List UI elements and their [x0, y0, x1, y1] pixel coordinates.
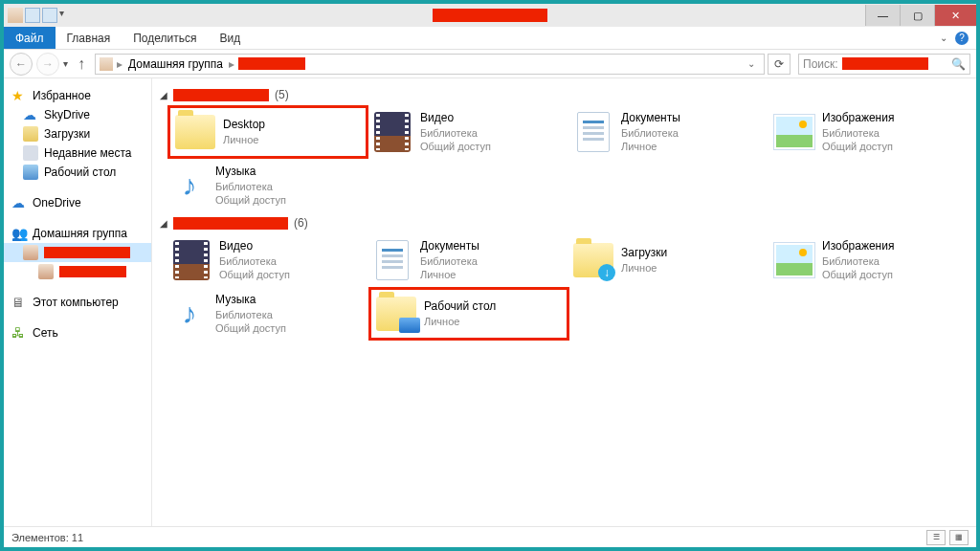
search-input[interactable]: Поиск: 🔍 — [798, 54, 970, 75]
music-icon: ♪ — [171, 294, 208, 334]
item-music[interactable]: ♪ Музыка Библиотека Общий доступ — [167, 287, 368, 341]
status-items-count: 11 — [72, 532, 83, 543]
chevron-right-icon: ▸ — [115, 57, 124, 71]
folder-desktop-icon — [376, 294, 416, 334]
help-icon[interactable]: ? — [955, 32, 969, 45]
nav-label: Этот компьютер — [33, 296, 119, 309]
view-icons-button[interactable]: ▦ — [949, 530, 969, 545]
item-name: Документы — [621, 111, 680, 126]
item-name: Документы — [420, 239, 479, 254]
item-subtitle: Библиотека — [219, 254, 290, 268]
item-subtitle: Библиотека — [215, 180, 286, 193]
qat-newfolder-icon[interactable] — [42, 8, 57, 23]
back-button[interactable]: ← — [10, 53, 33, 76]
nav-thispc[interactable]: 🖥 Этот компьютер — [4, 293, 151, 312]
window-controls: — ▢ ✕ — [865, 5, 976, 26]
nav-desktop[interactable]: Рабочий стол — [4, 163, 151, 182]
image-icon — [774, 240, 814, 280]
music-icon: ♪ — [171, 165, 208, 206]
item-images[interactable]: Изображения Библиотека Общий доступ — [770, 233, 971, 287]
titlebar: ▾ — ▢ ✕ — [4, 4, 976, 27]
breadcrumb-redacted[interactable] — [238, 57, 305, 70]
recent-icon — [23, 145, 38, 161]
quick-access-toolbar: ▾ — [4, 8, 68, 23]
nav-label: Избранное — [33, 89, 91, 102]
item-subtitle2: Общий доступ — [822, 140, 894, 153]
item-desktop[interactable]: Desktop Личное — [167, 105, 368, 159]
item-subtitle2: Общий доступ — [219, 268, 290, 281]
item-desktop[interactable]: Рабочий стол Личное — [368, 287, 569, 341]
nav-recent[interactable]: Недавние места — [4, 143, 151, 163]
item-name: Рабочий стол — [424, 299, 496, 315]
history-dropdown-icon[interactable]: ▾ — [63, 58, 68, 69]
minimize-button[interactable]: — — [865, 5, 900, 26]
nav-homegroup[interactable]: 👥 Домашняя группа — [4, 224, 151, 243]
refresh-button[interactable]: ⟳ — [768, 54, 791, 75]
item-subtitle: Библиотека — [822, 254, 894, 268]
item-name: Музыка — [215, 293, 286, 308]
item-documents[interactable]: Документы Библиотека Личное — [569, 105, 770, 159]
item-subtitle2: Общий доступ — [420, 140, 491, 153]
item-downloads[interactable]: Загрузки Личное — [569, 233, 770, 287]
qat-dropdown-icon[interactable]: ▾ — [59, 8, 64, 23]
image-icon — [774, 112, 814, 152]
body: ★ Избранное ☁ SkyDrive Загрузки Недавние… — [4, 78, 976, 526]
nav-label: Домашняя группа — [33, 227, 127, 240]
collapse-icon[interactable]: ◢ — [160, 90, 167, 100]
item-video[interactable]: Видео Библиотека Общий доступ — [167, 233, 368, 287]
group-name-redacted — [173, 217, 288, 230]
tab-file[interactable]: Файл — [4, 27, 56, 49]
maximize-button[interactable]: ▢ — [900, 5, 934, 26]
status-items-label: Элементов: — [11, 532, 69, 543]
item-subtitle2: Общий доступ — [215, 321, 286, 335]
folder-downloads-icon — [573, 240, 613, 280]
item-subtitle: Личное — [621, 261, 667, 275]
app-icon — [8, 8, 23, 23]
nav-user-2[interactable] — [4, 262, 151, 281]
tab-home[interactable]: Главная — [56, 27, 122, 49]
breadcrumb-homegroup[interactable]: Домашняя группа — [126, 57, 225, 71]
address-dropdown-icon[interactable]: ⌄ — [743, 55, 760, 73]
item-subtitle: Библиотека — [420, 126, 491, 140]
nav-label: SkyDrive — [44, 108, 90, 121]
item-name: Desktop — [223, 118, 265, 133]
tab-view[interactable]: Вид — [208, 27, 252, 49]
item-subtitle: Личное — [424, 315, 496, 328]
avatar-icon — [38, 264, 54, 279]
view-details-button[interactable]: ☰ — [926, 530, 946, 545]
forward-button[interactable]: → — [36, 53, 59, 76]
close-button[interactable]: ✕ — [934, 5, 976, 26]
nav-network[interactable]: 🖧 Сеть — [4, 323, 151, 342]
nav-label-redacted — [59, 266, 126, 277]
collapse-icon[interactable]: ◢ — [160, 218, 167, 229]
item-subtitle: Личное — [223, 133, 265, 146]
nav-user-1[interactable] — [4, 243, 151, 262]
location-icon — [100, 57, 113, 71]
ribbon-collapse-icon[interactable]: ⌄ — [940, 33, 947, 43]
item-images[interactable]: Изображения Библиотека Общий доступ — [770, 105, 971, 159]
item-video[interactable]: Видео Библиотека Общий доступ — [368, 105, 569, 159]
nav-label: Рабочий стол — [44, 165, 116, 179]
up-button[interactable]: ↑ — [72, 55, 91, 74]
downloads-icon — [23, 126, 38, 142]
item-subtitle: Библиотека — [420, 254, 479, 268]
group-header-0[interactable]: ◢ (5) — [160, 84, 976, 105]
nav-skydrive[interactable]: ☁ SkyDrive — [4, 105, 151, 124]
ribbon: Файл Главная Поделиться Вид ⌄ ? — [4, 27, 976, 50]
qat-properties-icon[interactable] — [25, 8, 40, 23]
content-pane: ◢ (5) Desktop Личное Видео Библиотека — [152, 78, 976, 526]
items-grid-1: Видео Библиотека Общий доступ Документы … — [160, 233, 976, 341]
item-subtitle: Библиотека — [215, 308, 286, 321]
tab-share[interactable]: Поделиться — [122, 27, 208, 49]
nav-onedrive[interactable]: ☁ OneDrive — [4, 193, 151, 212]
item-music[interactable]: ♪ Музыка Библиотека Общий доступ — [167, 159, 368, 212]
document-icon — [372, 240, 412, 280]
item-documents[interactable]: Документы Библиотека Личное — [368, 233, 569, 287]
nav-label: OneDrive — [33, 196, 81, 209]
nav-downloads[interactable]: Загрузки — [4, 124, 151, 143]
items-grid-0: Desktop Личное Видео Библиотека Общий до… — [160, 105, 976, 212]
address-bar[interactable]: ▸ Домашняя группа ▸ ⌄ — [95, 54, 765, 75]
nav-favorites[interactable]: ★ Избранное — [4, 86, 151, 105]
video-icon — [372, 112, 412, 152]
group-header-1[interactable]: ◢ (6) — [160, 212, 976, 233]
